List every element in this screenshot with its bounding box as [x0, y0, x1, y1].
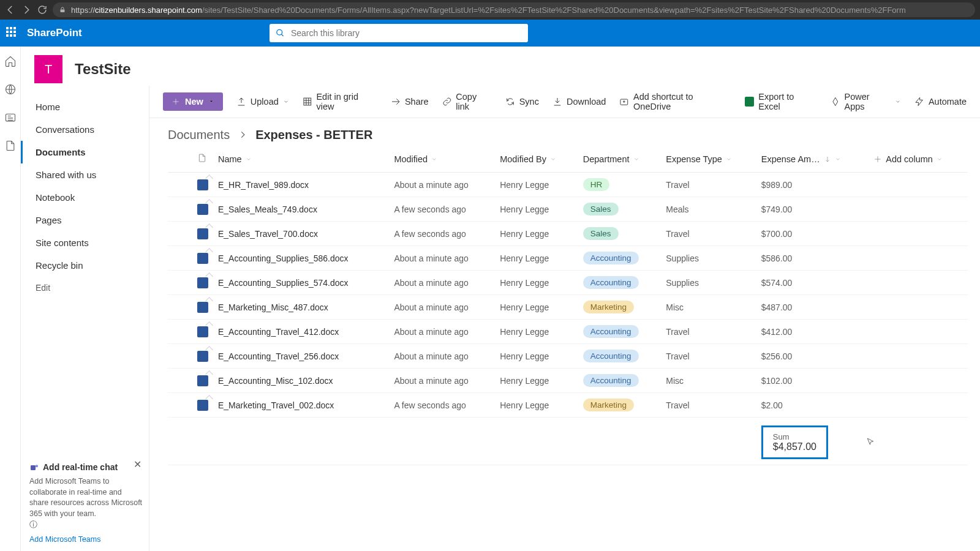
file-type-header-icon[interactable]: [197, 153, 207, 163]
table-row[interactable]: E_HR_Travel_989.docxAbout a minute agoHe…: [168, 173, 968, 197]
nav-item-home[interactable]: Home: [21, 96, 149, 118]
news-icon[interactable]: [4, 111, 17, 124]
svg-rect-4: [31, 465, 36, 470]
close-icon[interactable]: ✕: [134, 458, 141, 471]
url-bar[interactable]: https://citizenbuilders.sharepoint.com/s…: [53, 2, 975, 17]
table-row[interactable]: E_Sales_Travel_700.docxA few seconds ago…: [168, 222, 968, 246]
site-tile[interactable]: T: [34, 55, 62, 83]
table-row[interactable]: E_Accounting_Travel_412.docxAbout a minu…: [168, 320, 968, 344]
cell-modified-by[interactable]: Henry Legge: [495, 295, 578, 320]
department-pill[interactable]: HR: [583, 178, 610, 191]
breadcrumb-parent[interactable]: Documents: [168, 128, 230, 142]
reload-icon[interactable]: [37, 4, 48, 15]
department-pill[interactable]: Accounting: [583, 252, 639, 264]
col-department[interactable]: Department: [578, 146, 662, 173]
file-name[interactable]: E_Accounting_Travel_256.docx: [218, 351, 384, 361]
sum-value: $4,857.00: [773, 441, 816, 452]
col-name[interactable]: Name: [213, 146, 389, 173]
file-name[interactable]: E_Accounting_Supplies_586.docx: [218, 253, 384, 263]
department-pill[interactable]: Accounting: [583, 374, 639, 387]
files-icon[interactable]: [4, 140, 17, 152]
department-pill[interactable]: Accounting: [583, 276, 639, 289]
suite-title[interactable]: SharePoint: [27, 27, 82, 39]
nav-item-recycle-bin[interactable]: Recycle bin: [21, 254, 149, 277]
department-pill[interactable]: Marketing: [583, 399, 634, 411]
sync-button[interactable]: Sync: [505, 97, 539, 107]
cell-expense-type: Meals: [661, 197, 756, 222]
add-column-button[interactable]: Add column: [869, 146, 968, 173]
share-button[interactable]: Share: [391, 97, 429, 107]
file-name[interactable]: E_Marketing_Misc_487.docx: [218, 302, 384, 312]
file-name[interactable]: E_Sales_Meals_749.docx: [218, 204, 384, 214]
cell-modified-by[interactable]: Henry Legge: [495, 369, 578, 393]
cell-amount: $412.00: [756, 320, 869, 344]
upload-button[interactable]: Upload: [236, 97, 289, 107]
breadcrumb: Documents Expenses - BETTER: [149, 118, 980, 146]
nav-item-notebook[interactable]: Notebook: [21, 186, 149, 209]
table-row[interactable]: E_Accounting_Travel_256.docxAbout a minu…: [168, 344, 968, 369]
file-name[interactable]: E_Accounting_Supplies_574.docx: [218, 278, 384, 288]
file-name[interactable]: E_Accounting_Misc_102.docx: [218, 376, 384, 386]
add-shortcut-button[interactable]: Add shortcut to OneDrive: [619, 92, 731, 111]
department-pill[interactable]: Marketing: [583, 301, 634, 313]
svg-rect-6: [304, 98, 311, 105]
col-modified[interactable]: Modified: [389, 146, 495, 173]
table-row[interactable]: E_Accounting_Supplies_574.docxAbout a mi…: [168, 271, 968, 295]
cell-modified-by[interactable]: Henry Legge: [495, 246, 578, 271]
nav-item-shared-with-us[interactable]: Shared with us: [21, 163, 149, 186]
col-expense-type[interactable]: Expense Type: [661, 146, 756, 173]
cell-amount: $574.00: [756, 271, 869, 295]
export-excel-button[interactable]: Export to Excel: [745, 92, 817, 111]
globe-icon[interactable]: [4, 83, 17, 96]
cell-modified: A few seconds ago: [389, 393, 495, 418]
site-name[interactable]: TestSite: [75, 61, 131, 78]
col-amount[interactable]: Expense Am…: [756, 146, 869, 173]
department-pill[interactable]: Accounting: [583, 350, 639, 362]
copy-link-button[interactable]: Copy link: [442, 92, 492, 111]
col-modified-by[interactable]: Modified By: [495, 146, 578, 173]
department-pill[interactable]: Sales: [583, 227, 619, 240]
nav-item-documents[interactable]: Documents: [21, 141, 149, 163]
power-apps-button[interactable]: Power Apps: [831, 92, 901, 111]
nav-item-site-contents[interactable]: Site contents: [21, 231, 149, 254]
table-row[interactable]: E_Marketing_Travel_002.docxA few seconds…: [168, 393, 968, 418]
file-name[interactable]: E_Marketing_Travel_002.docx: [218, 400, 384, 410]
file-name[interactable]: E_HR_Travel_989.docx: [218, 180, 384, 190]
cell-modified-by[interactable]: Henry Legge: [495, 344, 578, 369]
home-icon[interactable]: [4, 55, 17, 67]
table-row[interactable]: E_Accounting_Supplies_586.docxAbout a mi…: [168, 246, 968, 271]
table-row[interactable]: E_Marketing_Misc_487.docxAbout a minute …: [168, 295, 968, 320]
cell-amount: $2.00: [756, 393, 869, 418]
nav-item-pages[interactable]: Pages: [21, 209, 149, 231]
edit-grid-button[interactable]: Edit in grid view: [303, 92, 377, 111]
cell-modified-by[interactable]: Henry Legge: [495, 393, 578, 418]
cell-expense-type: Misc: [661, 295, 756, 320]
search-box[interactable]: [270, 24, 528, 42]
table-row[interactable]: E_Accounting_Misc_102.docxAbout a minute…: [168, 369, 968, 393]
nav-item-conversations[interactable]: Conversations: [21, 118, 149, 141]
new-button[interactable]: New: [163, 92, 223, 111]
promo-link[interactable]: Add Microsoft Teams: [29, 534, 143, 545]
site-header: T TestSite: [21, 47, 980, 86]
automate-button[interactable]: Automate: [914, 97, 967, 107]
department-pill[interactable]: Accounting: [583, 325, 639, 338]
cell-modified-by[interactable]: Henry Legge: [495, 197, 578, 222]
department-pill[interactable]: Sales: [583, 203, 619, 216]
cell-expense-type: Travel: [661, 173, 756, 197]
file-name[interactable]: E_Sales_Travel_700.docx: [218, 229, 384, 239]
nav-edit[interactable]: Edit: [21, 277, 149, 299]
cell-modified-by[interactable]: Henry Legge: [495, 271, 578, 295]
url-host: citizenbuilders.sharepoint.com: [95, 6, 202, 15]
forward-icon[interactable]: [21, 4, 32, 15]
app-launcher-icon[interactable]: [6, 27, 18, 39]
table-row[interactable]: E_Sales_Meals_749.docxA few seconds agoH…: [168, 197, 968, 222]
info-icon[interactable]: ⓘ: [29, 520, 37, 529]
cell-modified-by[interactable]: Henry Legge: [495, 173, 578, 197]
back-icon[interactable]: [5, 4, 16, 15]
file-name[interactable]: E_Accounting_Travel_412.docx: [218, 327, 384, 337]
cell-modified-by[interactable]: Henry Legge: [495, 222, 578, 246]
download-button[interactable]: Download: [552, 97, 606, 107]
search-input[interactable]: [291, 28, 522, 38]
suite-bar: SharePoint: [0, 20, 980, 47]
cell-modified-by[interactable]: Henry Legge: [495, 320, 578, 344]
